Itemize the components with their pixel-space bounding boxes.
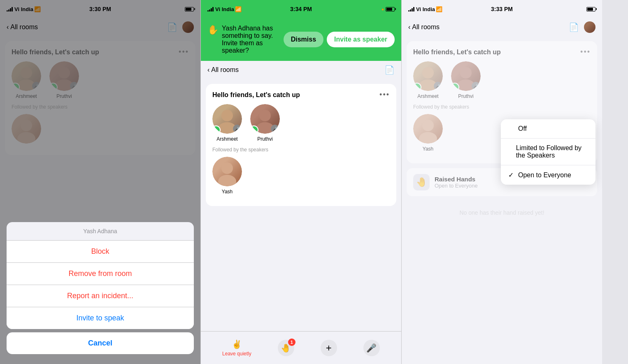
bottom-toolbar-2: ✌️ Leave quietly 🤚 1 + 🎤: [201, 331, 401, 364]
add-icon: +: [321, 340, 337, 356]
svg-point-12: [422, 67, 434, 79]
followed-label-2: Followed by the speakers: [212, 147, 390, 153]
hand-emoji-icon: 🤚: [416, 177, 427, 188]
svg-point-14: [460, 67, 472, 79]
check-open: ✓: [508, 171, 515, 179]
time-3: 3:33 PM: [491, 6, 513, 12]
invite-as-speaker-button[interactable]: Invite as speaker: [327, 32, 395, 47]
mute-icon: 🎤: [363, 340, 380, 356]
speaker-name-yash-2: Yash: [222, 189, 233, 195]
more-options-3[interactable]: •••: [580, 48, 591, 56]
leave-label: Leave quietly: [222, 351, 251, 357]
status-bar-3: Vi India 📶 3:33 PM: [402, 0, 602, 18]
action-menu: Yash Adhana Block Remove from room Repor…: [7, 222, 194, 329]
avatar-pruthvi-3: ✓ 🎤: [451, 61, 481, 91]
battery-icon-3: [586, 7, 595, 12]
time-2: 3:34 PM: [290, 6, 312, 12]
room-title-2: Hello friends, Let's catch up: [212, 91, 300, 99]
verified-badge-arshmeet-3: ✓: [413, 83, 421, 91]
svg-point-11: [218, 175, 236, 186]
audience-yash-2: Yash: [212, 157, 242, 195]
dropdown-off-label: Off: [518, 125, 527, 132]
avatar-arshmeet-2: ✓ 🎤: [212, 104, 242, 134]
speaker-name-pruthvi-3: Pruthvi: [458, 93, 473, 99]
doc-icon-3[interactable]: 📄: [569, 22, 579, 32]
no-raised-hands: No one has their hand raised yet!: [407, 201, 597, 224]
raised-hand-button[interactable]: 🤚 1: [278, 340, 294, 356]
all-rooms-label-3: All rooms: [412, 23, 440, 31]
mute-button[interactable]: 🎤: [363, 340, 380, 356]
battery-area-2: ●: [381, 7, 395, 12]
chevron-left-icon-2: ‹: [207, 66, 209, 74]
nav-bar-2: ‹ All rooms 📄: [201, 61, 401, 79]
avatar-pruthvi-2: ✓ 🎤: [250, 104, 280, 134]
svg-point-6: [221, 110, 233, 121]
carrier-2: Vi India: [215, 6, 234, 12]
mute-badge-arshmeet-2: 🎤: [233, 125, 241, 133]
report-incident-button[interactable]: Report an incident...: [7, 285, 194, 307]
cancel-button[interactable]: Cancel: [7, 332, 194, 354]
room-card-2: Hello friends, Let's catch up ••• ✓ 🎤 Ar…: [206, 84, 396, 206]
back-button-3[interactable]: ‹ All rooms: [408, 23, 440, 31]
carrier-3: Vi India: [416, 6, 435, 12]
room-title-3: Hello friends, Let's catch up: [413, 49, 501, 56]
avatar-user-3[interactable]: [584, 21, 595, 33]
leave-quietly-button[interactable]: ✌️ Leave quietly: [222, 339, 251, 357]
notification-message: Yash Adhana has something to say. Invite…: [222, 25, 279, 54]
invite-to-speak-button[interactable]: Invite to speak: [7, 307, 194, 329]
room-title-row-3: Hello friends, Let's catch up •••: [413, 48, 591, 56]
dropdown-limited-label: Limited to Followed by the Speakers: [516, 144, 588, 159]
speaker-name-yash-3: Yash: [423, 146, 433, 152]
nav-bar-3: ‹ All rooms 📄: [402, 18, 602, 36]
all-rooms-label-2: All rooms: [211, 66, 239, 74]
verified-badge-pruthvi-3: ✓: [451, 83, 459, 91]
status-bar-2: Vi India 📶 3:34 PM ●: [201, 0, 401, 18]
remove-from-room-button[interactable]: Remove from room: [7, 263, 194, 285]
audience-yash-3: Yash: [413, 114, 443, 152]
dismiss-button[interactable]: Dismiss: [284, 32, 323, 47]
add-button[interactable]: +: [321, 340, 337, 356]
back-button-2[interactable]: ‹ All rooms: [207, 66, 239, 74]
action-sheet: Yash Adhana Block Remove from room Repor…: [0, 219, 200, 364]
dropdown-off[interactable]: Off: [501, 119, 595, 139]
nav-actions-3: 📄: [569, 21, 595, 33]
screen3: Vi India 📶 3:33 PM ‹ All rooms 📄 Hello f…: [402, 0, 602, 364]
invite-notification: ✋ Yash Adhana has something to say. Invi…: [201, 18, 401, 61]
avatar-yash-2: [212, 157, 242, 186]
mute-badge-pruthvi-2: 🎤: [271, 125, 279, 133]
speaker-name-arshmeet-3: Arshmeet: [417, 93, 438, 99]
followed-label-3: Followed by the speakers: [413, 104, 591, 110]
dropdown-menu: Off Limited to Followed by the Speakers …: [501, 119, 595, 185]
dropdown-limited[interactable]: Limited to Followed by the Speakers: [501, 139, 595, 165]
chevron-left-icon-3: ‹: [408, 23, 410, 31]
speaker-pruthvi-3: ✓ 🎤 Pruthvi: [451, 61, 481, 99]
speaker-arshmeet-2: ✓ 🎤 Arshmeet: [212, 104, 242, 142]
wifi-icon-2: 📶: [235, 6, 242, 12]
nav-actions-2: 📄: [384, 65, 395, 75]
mute-badge-arshmeet-3: 🎤: [434, 82, 442, 90]
screen2: Vi India 📶 3:34 PM ● ✋ Yash Adhana has s…: [201, 0, 401, 364]
verified-badge-pruthvi-2: ✓: [250, 125, 258, 134]
more-options-2[interactable]: •••: [379, 90, 390, 99]
svg-point-10: [221, 162, 233, 174]
signal-icon-3: [408, 7, 414, 12]
avatar-yash-3: [413, 114, 443, 144]
svg-point-17: [419, 132, 437, 144]
speakers-row-3: ✓ 🎤 Arshmeet ✓ 🎤 Pruthvi: [413, 61, 591, 99]
raised-hands-icon: 🤚: [413, 174, 430, 190]
hand-badge: 1: [288, 338, 295, 346]
screen1: Vi India 📶 3:30 PM ‹ All rooms 📄 Hello f…: [0, 0, 200, 364]
block-button[interactable]: Block: [7, 241, 194, 263]
dropdown-open-label: Open to Everyone: [518, 172, 571, 179]
dropdown-open[interactable]: ✓ Open to Everyone: [501, 165, 595, 185]
signal-icon-2: [207, 7, 214, 12]
battery-area-3: [586, 7, 595, 12]
speaker-pruthvi-2: ✓ 🎤 Pruthvi: [250, 104, 280, 142]
doc-icon-2[interactable]: 📄: [384, 65, 395, 75]
hand-emoji: ✋: [207, 25, 219, 35]
wifi-icon-3: 📶: [436, 6, 442, 12]
avatar-arshmeet-3: ✓ 🎤: [413, 61, 443, 91]
speakers-row-2: ✓ 🎤 Arshmeet ✓ 🎤 Pruthvi: [212, 104, 390, 142]
audience-row-2: Yash: [212, 157, 390, 195]
leave-emoji: ✌️: [232, 339, 242, 349]
